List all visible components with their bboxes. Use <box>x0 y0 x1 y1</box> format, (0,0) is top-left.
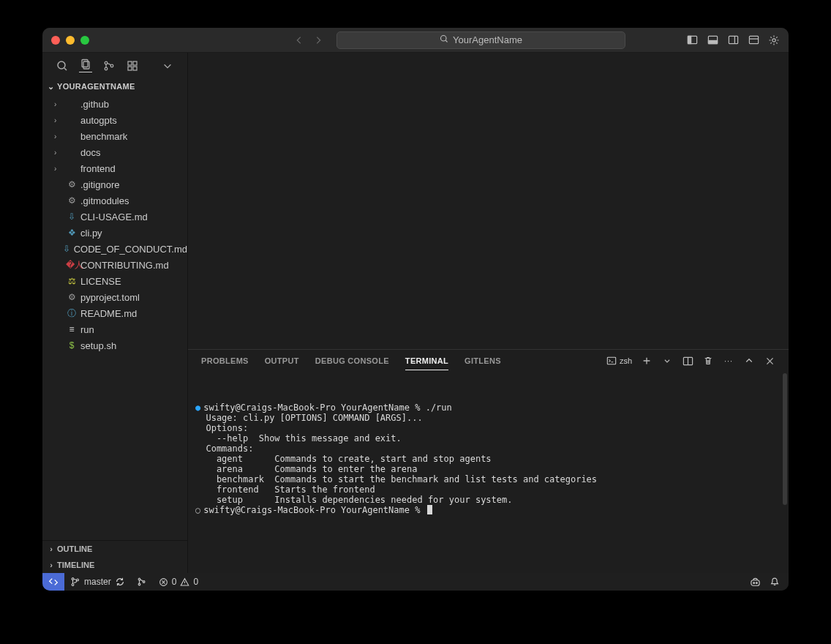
file-pyproject-toml[interactable]: ›⚙pyproject.toml <box>42 289 187 305</box>
file-cli-usage-md[interactable]: ›⇩CLI-USAGE.md <box>42 209 187 225</box>
svg-point-12 <box>105 61 108 64</box>
search-view-icon[interactable] <box>56 59 69 72</box>
extensions-view-icon[interactable] <box>126 59 139 72</box>
tree-item-label: .gitmodules <box>80 195 129 206</box>
git-branch-indicator[interactable]: master <box>64 577 131 587</box>
command-center[interactable]: YourAgentName <box>336 31 625 49</box>
tree-item-label: autogpts <box>80 115 117 126</box>
outline-section[interactable]: › OUTLINE <box>42 541 187 557</box>
chevron-right-icon: › <box>45 544 57 553</box>
panel-tabs: PROBLEMS OUTPUT DEBUG CONSOLE TERMINAL G… <box>188 350 789 372</box>
terminal-line: --help Show this message and exit. <box>195 433 781 443</box>
tree-item-label: CLI-USAGE.md <box>80 211 148 222</box>
timeline-section[interactable]: › TIMELINE <box>42 557 187 573</box>
source-control-view-icon[interactable] <box>102 59 116 72</box>
sync-icon <box>115 577 125 587</box>
close-panel-icon[interactable] <box>764 355 775 367</box>
kill-terminal-icon[interactable] <box>702 355 714 367</box>
toggle-secondary-sidebar-icon[interactable] <box>727 34 739 46</box>
file-icon: ⚖ <box>66 276 78 286</box>
nav-forward-button[interactable] <box>312 34 325 47</box>
chevron-right-icon: › <box>54 116 63 124</box>
file--gitmodules[interactable]: ›⚙.gitmodules <box>42 192 187 209</box>
chevron-right-icon: › <box>54 149 63 157</box>
problems-indicator[interactable]: 0 0 <box>153 577 204 587</box>
tree-item-label: run <box>80 324 94 335</box>
file-cli-py[interactable]: ›❖cli.py <box>42 225 187 241</box>
tree-item-label: pyproject.toml <box>80 292 140 303</box>
toggle-panel-icon[interactable] <box>707 34 718 46</box>
settings-gear-icon[interactable] <box>768 34 780 46</box>
terminal-shell-pill[interactable]: zsh <box>606 356 632 366</box>
error-icon <box>159 577 168 587</box>
svg-rect-17 <box>133 67 137 70</box>
svg-point-9 <box>58 61 65 69</box>
file-icon: �人 <box>66 259 78 272</box>
file-icon: ⓘ <box>66 307 78 320</box>
status-bar: master 0 0 <box>42 573 789 591</box>
file-contributing-md[interactable]: ›�人CONTRIBUTING.md <box>42 257 187 273</box>
file-icon: $ <box>66 340 78 351</box>
close-window-button[interactable] <box>51 36 60 45</box>
sidebar: ⌄ YOURAGENTNAME ›.github›autogpts›benchm… <box>42 53 188 573</box>
explorer-view-icon[interactable] <box>79 59 92 72</box>
sidebar-view-switcher <box>42 53 187 78</box>
tab-debug-console[interactable]: DEBUG CONSOLE <box>315 352 389 370</box>
file-license[interactable]: ›⚖LICENSE <box>42 273 187 289</box>
terminal-scrollbar[interactable] <box>783 373 787 505</box>
git-branch-name: master <box>84 577 111 587</box>
chevron-right-icon: › <box>54 100 63 108</box>
file-icon: ⚙ <box>66 195 78 206</box>
nav-back-button[interactable] <box>293 34 306 47</box>
file-setup-sh[interactable]: ›$setup.sh <box>42 337 187 353</box>
svg-point-8 <box>772 38 775 41</box>
tab-output[interactable]: OUTPUT <box>265 352 299 370</box>
file-code-of-conduct-md[interactable]: ›⇩CODE_OF_CONDUCT.md <box>42 241 187 257</box>
file-readme-md[interactable]: ›ⓘREADME.md <box>42 305 187 321</box>
panel-right-controls: zsh ··· <box>606 355 775 367</box>
more-views-icon[interactable] <box>161 59 174 72</box>
panel-more-icon[interactable]: ··· <box>723 355 734 367</box>
warning-icon <box>180 577 189 587</box>
file-run[interactable]: ›≡run <box>42 321 187 337</box>
notifications-bell-icon[interactable] <box>770 577 780 587</box>
customize-layout-icon[interactable] <box>748 34 759 46</box>
remote-indicator[interactable] <box>42 573 64 591</box>
file--gitignore[interactable]: ›⚙.gitignore <box>42 176 187 192</box>
minimize-window-button[interactable] <box>66 36 75 45</box>
maximize-window-button[interactable] <box>80 36 89 45</box>
folder-benchmark[interactable]: ›benchmark <box>42 128 187 144</box>
new-terminal-icon[interactable] <box>641 355 653 367</box>
toggle-primary-sidebar-icon[interactable] <box>686 34 698 46</box>
file-icon: ⇩ <box>63 244 71 254</box>
tree-item-label: .gitignore <box>80 179 119 190</box>
tab-problems[interactable]: PROBLEMS <box>201 352 249 370</box>
folder-frontend[interactable]: ›frontend <box>42 160 187 176</box>
svg-rect-16 <box>128 67 132 70</box>
folder-docs[interactable]: ›docs <box>42 144 187 160</box>
tab-gitlens[interactable]: GITLENS <box>465 352 501 370</box>
folder--github[interactable]: ›.github <box>42 96 187 112</box>
copilot-indicator[interactable] <box>750 577 761 588</box>
terminal-dropdown-icon[interactable] <box>661 355 673 367</box>
git-graph-indicator[interactable] <box>131 577 153 587</box>
terminal-line: Commands: <box>195 443 781 454</box>
sidebar-footer: › OUTLINE › TIMELINE <box>42 540 187 573</box>
file-tree: ›.github›autogpts›benchmark›docs›fronten… <box>42 94 187 540</box>
tree-item-label: CODE_OF_CONDUCT.md <box>74 244 187 255</box>
split-terminal-icon[interactable] <box>682 355 693 367</box>
maximize-panel-icon[interactable] <box>743 355 755 367</box>
terminal[interactable]: ●swifty@Craigs-MacBook-Pro YourAgentName… <box>188 372 789 573</box>
svg-rect-7 <box>749 36 758 43</box>
folder-autogpts[interactable]: ›autogpts <box>42 112 187 128</box>
terminal-line: Options: <box>195 423 781 433</box>
terminal-prompt-line[interactable]: ○swifty@Craigs-MacBook-Pro YourAgentName… <box>195 505 781 515</box>
tab-terminal[interactable]: TERMINAL <box>405 352 448 370</box>
terminal-line: ●swifty@Craigs-MacBook-Pro YourAgentName… <box>195 402 781 413</box>
svg-rect-4 <box>708 40 717 43</box>
window-controls <box>51 36 89 45</box>
svg-point-26 <box>138 583 140 585</box>
tree-item-label: benchmark <box>80 131 127 142</box>
explorer-root-header[interactable]: ⌄ YOURAGENTNAME <box>42 78 187 94</box>
command-center-title: YourAgentName <box>453 34 522 45</box>
